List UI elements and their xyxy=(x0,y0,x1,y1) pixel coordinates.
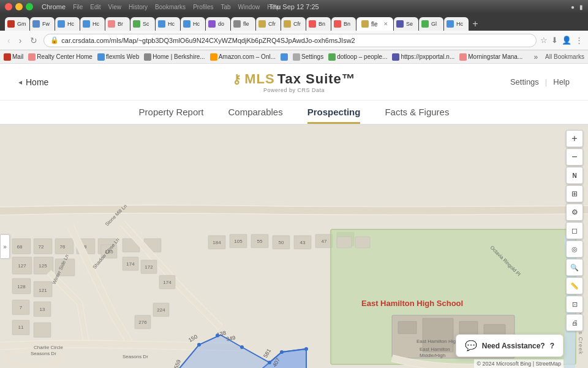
browser-tab-gl[interactable]: Gl xyxy=(419,17,443,31)
locate-button[interactable]: ◎ xyxy=(566,240,583,258)
tab-favicon-fle xyxy=(233,20,241,28)
menu-icon[interactable]: ⋮ xyxy=(575,36,583,45)
browser-tab-br[interactable]: Br xyxy=(105,17,130,31)
macos-menu-history[interactable]: History xyxy=(129,4,148,10)
tab-label-cfr2: Cfr xyxy=(293,21,301,27)
bookmark-globe[interactable] xyxy=(281,53,288,61)
svg-text:Seasons Dr: Seasons Dr xyxy=(123,354,148,359)
bookmark-realty[interactable]: Realty Center Home xyxy=(28,53,92,61)
refresh-button[interactable]: ↻ xyxy=(28,34,40,47)
help-link[interactable]: Help xyxy=(553,77,570,86)
bookmark-amazon[interactable]: Amazon.com – Onl... xyxy=(210,53,276,61)
bookmarks-more-btn[interactable]: » xyxy=(533,53,538,61)
tab-label-hc2: Hc xyxy=(92,21,99,27)
bookmark-flexmls-label: flexmls Web xyxy=(106,53,139,60)
browser-tab-fle[interactable]: fle xyxy=(231,17,255,31)
map-container[interactable]: 68 72 76 88 127 125 128 121 7 13 11 xyxy=(0,125,588,368)
bookmarks-bar: Mail Realty Center Home flexmls Web Home… xyxy=(0,50,588,64)
tab-label-bn1: Bn xyxy=(318,21,325,27)
zoom-in-button[interactable]: + xyxy=(566,130,583,147)
search-map-button[interactable]: 🔍 xyxy=(566,259,583,276)
assistance-popup[interactable]: 💬 Need Assistance? ? xyxy=(456,334,564,357)
home-label: Home xyxy=(26,77,48,87)
browser-tab-hc5[interactable]: Hc xyxy=(444,17,469,31)
tab-prospecting[interactable]: Prospecting xyxy=(307,102,361,124)
browser-tab-fw[interactable]: Fw xyxy=(30,17,55,31)
os-menu-bar: Chrome File Edit View History Bookmarks … xyxy=(0,0,588,13)
home-link[interactable]: ◂ Home xyxy=(18,77,48,87)
tab-label-gmail: Gm xyxy=(17,21,26,27)
sidebar-toggle-button[interactable]: » xyxy=(0,234,10,259)
close-window-btn[interactable] xyxy=(5,3,12,10)
bookmark-mail-label: Mail xyxy=(12,53,23,60)
macos-menu-file[interactable]: File xyxy=(73,4,83,10)
svg-text:121: 121 xyxy=(39,288,47,293)
macos-menu-profiles[interactable]: Profiles xyxy=(193,4,213,10)
browser-tab-hc3[interactable]: Hc xyxy=(156,17,180,31)
browser-tab-bn2[interactable]: Bn xyxy=(331,17,356,31)
header-divider: | xyxy=(545,77,547,86)
select-button[interactable]: ◻ xyxy=(566,222,583,239)
svg-text:Middle/High: Middle/High xyxy=(420,353,445,358)
settings-map-button[interactable]: ⚙ xyxy=(566,204,583,221)
macos-menu-view[interactable]: View xyxy=(108,4,121,10)
ruler-button[interactable]: 📏 xyxy=(566,277,583,294)
browser-tab-cfr2[interactable]: Cfr xyxy=(281,17,306,31)
url-input[interactable]: 🔒 car.crsdata.com/mls/Map/~gtpb3DQ3mlO6u… xyxy=(43,34,537,47)
settings-link[interactable]: Settings xyxy=(510,77,539,86)
browser-tab-do[interactable]: do xyxy=(206,17,230,31)
bookmark-pxp[interactable]: https://pxpportal.n... xyxy=(392,53,454,61)
forward-button[interactable]: › xyxy=(17,34,24,47)
bookmark-dotloop-label: dotloop – people... xyxy=(337,53,387,60)
bookmark-dotloop[interactable]: dotloop – people... xyxy=(328,53,387,61)
tab-label-br: Br xyxy=(118,21,123,27)
svg-text:172: 172 xyxy=(145,264,153,270)
tab-close-btn[interactable]: ✕ xyxy=(383,21,388,27)
macos-menu-bookmarks[interactable]: Bookmarks xyxy=(155,4,186,10)
browser-tab-hc4[interactable]: Hc xyxy=(181,17,205,31)
url-text: car.crsdata.com/mls/Map/~gtpb3DQ3mlO6u9N… xyxy=(61,37,530,44)
browser-tab-sc[interactable]: Sc xyxy=(130,17,155,31)
browser-tab-gmail[interactable]: Gm xyxy=(5,17,29,31)
back-button[interactable]: ‹ xyxy=(5,34,13,47)
attribution-text: © 2024 Microsoft Bing | StreetMap xyxy=(477,361,561,367)
bookmark-globe-icon xyxy=(281,53,288,61)
bookmark-home-berk[interactable]: Home | Berkshire... xyxy=(144,53,205,61)
north-button[interactable]: N xyxy=(566,167,583,184)
print-button[interactable]: 🖨 xyxy=(566,314,583,331)
macos-menu-tab[interactable]: Tab xyxy=(221,4,230,10)
wifi-icon: ● xyxy=(571,4,575,10)
tab-label-do: do xyxy=(218,21,224,27)
bookmarks-all-label[interactable]: All Bookmarks xyxy=(545,53,584,60)
browser-tab-hc1[interactable]: Hc xyxy=(55,17,80,31)
tab-label-hc1: Hc xyxy=(67,21,74,27)
download-icon[interactable]: ⬇ xyxy=(551,36,558,45)
layers2-button[interactable]: ⊡ xyxy=(566,296,583,313)
os-traffic-lights[interactable] xyxy=(5,3,33,10)
browser-tab-active[interactable]: fle ✕ xyxy=(356,17,393,31)
tab-facts-figures[interactable]: Facts & Figures xyxy=(385,102,449,124)
layers-button[interactable]: ⊞ xyxy=(566,185,583,202)
svg-text:76: 76 xyxy=(60,244,66,250)
svg-text:72: 72 xyxy=(39,244,44,250)
tab-property-report[interactable]: Property Report xyxy=(139,102,204,124)
maximize-window-btn[interactable] xyxy=(26,3,33,10)
new-tab-btn[interactable]: + xyxy=(469,17,481,31)
zoom-out-button[interactable]: − xyxy=(566,148,583,166)
browser-tab-se[interactable]: Se xyxy=(394,17,418,31)
bookmark-home-berk-label: Home | Berkshire... xyxy=(153,53,205,60)
bookmark-morningstar[interactable]: Morningstar Mana... xyxy=(459,53,522,61)
bookmark-mail[interactable]: Mail xyxy=(4,53,23,61)
profile-icon[interactable]: 👤 xyxy=(562,36,571,45)
tab-comparables[interactable]: Comparables xyxy=(228,102,282,124)
bookmark-flexmls[interactable]: flexmls Web xyxy=(97,53,139,61)
browser-tab-cfr1[interactable]: Cfr xyxy=(256,17,281,31)
macos-menu-window[interactable]: Window xyxy=(238,4,260,10)
bookmark-star-icon[interactable]: ☆ xyxy=(540,36,548,45)
bookmark-settings[interactable]: Settings xyxy=(293,53,323,61)
minimize-window-btn[interactable] xyxy=(15,3,23,10)
app-name-label: Chrome xyxy=(42,3,66,10)
macos-menu-edit[interactable]: Edit xyxy=(90,4,100,10)
browser-tab-hc2[interactable]: Hc xyxy=(80,17,105,31)
browser-tab-bn1[interactable]: Bn xyxy=(306,17,331,31)
